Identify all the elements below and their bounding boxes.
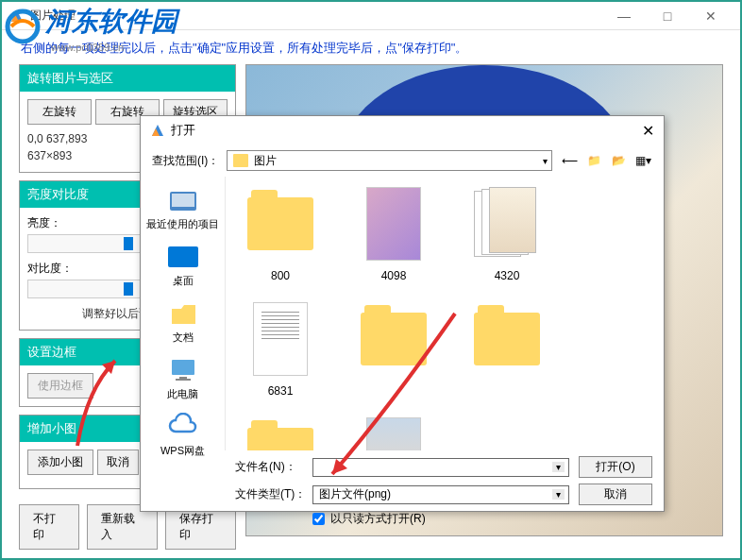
file-item[interactable] [464,299,550,398]
file-item[interactable] [350,299,437,398]
app-icon [9,8,25,24]
rotate-left-button[interactable]: 左旋转 [27,99,92,125]
dialog-titlebar: 打开 ✕ [141,116,664,144]
places-bar: 最近使用的项目 桌面 文档 此电脑 WPS网盘 [141,177,226,450]
dialog-toolbar: 查找范围(I)： 图片 ⟵ 📁 📂 ▦▾ [141,144,664,177]
svg-rect-2 [172,194,194,207]
place-computer[interactable]: 此电脑 [144,350,221,407]
wps-cloud-icon [166,413,200,441]
place-recent[interactable]: 最近使用的项目 [144,180,221,237]
dialog-title: 打开 [171,122,642,139]
dialog-close-button[interactable]: ✕ [642,122,654,140]
up-folder-icon[interactable]: 📁 [584,151,603,170]
view-menu-icon[interactable]: ▦▾ [633,151,652,170]
file-item[interactable]: 800 [237,184,324,282]
no-print-button[interactable]: 不打印 [19,504,79,550]
lookup-range-label: 查找范围(I)： [152,153,219,169]
main-title: 图片处理 [30,8,602,24]
filename-input[interactable] [312,458,569,477]
file-item[interactable]: 6831 [237,299,324,398]
file-item[interactable] [350,415,437,450]
computer-icon [166,356,200,384]
documents-icon [166,299,200,328]
back-icon[interactable]: ⟵ [560,151,579,170]
filename-label: 文件名(N)： [235,459,303,475]
readonly-checkbox[interactable] [312,513,325,525]
cancel-small-button[interactable]: 取消 [97,450,139,475]
main-titlebar: 图片处理 — □ ✕ [2,2,740,30]
open-button[interactable]: 打开(O) [579,456,652,478]
cancel-button[interactable]: 取消 [579,484,652,505]
dialog-footer: 文件名(N)： 打开(O) 文件类型(T)： 图片文件(png) 取消 以只读方… [141,450,664,536]
file-item[interactable] [237,415,324,450]
desktop-icon [166,243,200,271]
instruction-text: 右侧的每一项处理完以后，点击"确定"应用设置，所有处理完毕后，点"保存打印"。 [2,30,740,64]
svg-rect-5 [179,377,187,379]
minimize-button[interactable]: — [602,2,646,30]
readonly-label: 以只读方式打开(R) [330,511,426,527]
open-dialog: 打开 ✕ 查找范围(I)： 图片 ⟵ 📁 📂 ▦▾ 最近使用的项目 桌面 [140,115,665,512]
recent-icon [166,186,200,214]
dialog-app-icon [150,123,165,138]
folder-icon [233,154,248,167]
use-border-button[interactable]: 使用边框 [27,373,93,399]
rotate-header: 旋转图片与选区 [20,65,235,92]
close-button[interactable]: ✕ [689,2,733,30]
svg-rect-3 [168,246,198,267]
new-folder-icon[interactable]: 📂 [609,151,628,170]
svg-rect-6 [176,379,191,381]
add-small-button[interactable]: 添加小图 [27,450,93,475]
svg-rect-4 [172,360,194,375]
file-item[interactable]: 4320 [464,184,550,282]
maximize-button[interactable]: □ [646,2,689,30]
filetype-dropdown[interactable]: 图片文件(png) [312,485,569,504]
filetype-label: 文件类型(T)： [235,486,303,502]
place-documents[interactable]: 文档 [144,294,221,350]
file-item[interactable]: 4098 [350,184,437,282]
file-list-area: 800 4098 4320 6831 [226,177,664,450]
folder-dropdown[interactable]: 图片 [227,150,552,171]
place-desktop[interactable]: 桌面 [144,237,221,294]
current-folder-name: 图片 [254,153,277,169]
